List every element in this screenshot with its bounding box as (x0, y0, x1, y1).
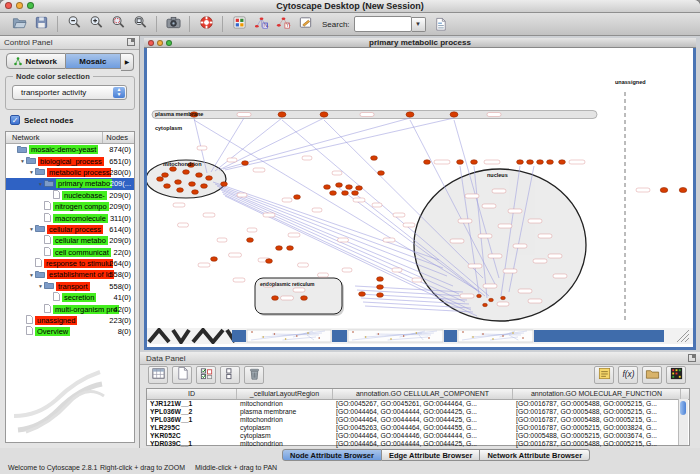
network-tree-row[interactable]: secretion41(0) (6, 292, 134, 303)
table-scrollbar[interactable] (678, 399, 688, 445)
delete-attribute-button[interactable] (244, 366, 264, 384)
node-color-dropdown[interactable]: transporter activity ▲▼ (12, 85, 127, 100)
node-count: 280(0) (109, 168, 131, 177)
node-count: 42(0) (113, 305, 131, 314)
network-tree-icon (14, 57, 22, 66)
node-count: 558(0) (109, 270, 131, 279)
table-row[interactable]: YPL036W__1mitochondrion[GO:0044464, GO:0… (147, 416, 689, 424)
edit-annotation-button[interactable] (294, 15, 316, 34)
vizmapper-button[interactable] (228, 15, 250, 34)
cytoscape-logo-watermark (10, 358, 110, 436)
network-label[interactable]: multi-organism pro (53, 305, 119, 314)
status-bar: Welcome to Cytoscape 2.8.1 Right-click +… (0, 462, 700, 474)
annotation-note-button[interactable] (594, 366, 614, 384)
save-button[interactable] (30, 15, 52, 34)
network-tree-row[interactable]: response to stimulu264(0) (6, 258, 134, 269)
table-row[interactable]: YDR039C__1mitochondrion[GO:0044464, GO:0… (147, 440, 689, 448)
network-label[interactable]: transport (56, 282, 90, 291)
column-header[interactable]: annotation.GO MOLECULAR_FUNCTION (513, 389, 681, 399)
network-tree-row[interactable]: ▼cellular process614(0) (6, 224, 134, 235)
search-options-button[interactable] (430, 15, 452, 34)
unselect-attributes-button[interactable] (220, 366, 240, 384)
table-row[interactable]: YJR121W__1mitochondrion[GO:0045267, GO:0… (147, 400, 689, 408)
network-label[interactable]: primary metabo (56, 179, 112, 188)
attribute-matrix-button[interactable] (666, 366, 686, 384)
table-cell: [GO:0044464, GO:0044444, GO:0044425, G..… (333, 408, 513, 416)
network-view[interactable]: plasma membranecytoplasmmitochondrionnuc… (147, 48, 693, 344)
table-row[interactable]: YLR295Ccytoplasm[GO:0045263, GO:0044464,… (147, 424, 689, 432)
network-label[interactable]: mosaic-demo-yeast (29, 145, 98, 154)
table-cell: cytoplasm (237, 424, 333, 432)
network-label[interactable]: metabolic process (47, 168, 111, 177)
scrollbar-thumb[interactable] (680, 401, 686, 415)
network-label[interactable]: secretion (62, 293, 96, 302)
tab-network[interactable]: Network (6, 53, 66, 69)
dropdown-stepper-icon[interactable]: ▲▼ (113, 87, 125, 98)
open-file-button[interactable] (8, 15, 30, 34)
function-builder-button[interactable]: f(x) (618, 366, 638, 384)
network-frame-titlebar[interactable]: primary metabolic process (144, 38, 696, 48)
network-label[interactable]: nucleobase- (62, 191, 107, 200)
tab-network-attribute-browser[interactable]: Network Attribute Browser (480, 449, 590, 461)
network-label[interactable]: biological_process (38, 157, 104, 166)
zoom-out-button[interactable] (63, 15, 85, 34)
table-cell: [GO:0016787, GO:0005488, GO:0005215, G..… (513, 440, 681, 448)
network-tree-row[interactable]: ▼establishment of lo558(0) (6, 269, 134, 280)
data-panel-float-icon[interactable] (688, 354, 696, 362)
network-label[interactable]: nitrogen compo (53, 202, 109, 211)
tab-node-attribute-browser[interactable]: Node Attribute Browser (282, 449, 382, 461)
search-input[interactable] (354, 16, 412, 32)
network-tree-row[interactable]: cellular metabo209(0) (6, 235, 134, 246)
table-row[interactable]: YKR052Ccytoplasm[GO:0044464, GO:0044446,… (147, 432, 689, 440)
network-tree-row[interactable]: multi-organism pro42(0) (6, 303, 134, 314)
network-tree-row[interactable]: nitrogen compo209(0) (6, 201, 134, 212)
column-header[interactable]: ID (147, 389, 237, 399)
tab-overflow-button[interactable]: ▶ (121, 53, 134, 71)
network-tree-row[interactable]: ▼transport558(0) (6, 281, 134, 292)
network-tree-row[interactable]: Overview8(0) (6, 326, 134, 337)
import-attributes-button[interactable] (642, 366, 662, 384)
network-label[interactable]: cellular metabo (53, 236, 108, 245)
zoom-selected-region-button[interactable] (107, 15, 129, 34)
tab-mosaic[interactable]: Mosaic (66, 53, 122, 69)
node-count: 874(0) (109, 145, 131, 154)
select-nodes-checkbox[interactable]: ✓ (10, 115, 20, 125)
snapshot-button[interactable] (162, 15, 184, 34)
network-label[interactable]: Overview (35, 327, 70, 336)
function-builder-icon: f(x) (621, 366, 636, 385)
window-title: Cytoscape Desktop (New Session) (0, 1, 700, 11)
network-label[interactable]: response to stimulu (44, 259, 113, 268)
float-panel-icon[interactable] (127, 38, 135, 46)
leaf-icon (35, 258, 42, 269)
zoom-fit-button[interactable] (129, 15, 151, 34)
table-row[interactable]: YPL036W__2plasma membrane[GO:0044464, GO… (147, 408, 689, 416)
help-button[interactable] (195, 15, 217, 34)
network-label[interactable]: unassigned (35, 316, 77, 325)
data-panel-toolbar: f(x) (140, 364, 700, 388)
select-attributes-button[interactable] (196, 366, 216, 384)
new-attribute-button[interactable] (172, 366, 192, 384)
network-tree-row[interactable]: ▼primary metabo209(... (6, 178, 134, 189)
column-header[interactable]: annotation.GO CELLULAR_COMPONENT (333, 389, 513, 399)
attribute-table-button[interactable] (148, 366, 168, 384)
tab-edge-attribute-browser[interactable]: Edge Attribute Browser (382, 449, 480, 461)
app-window: Cytoscape Desktop (New Session) NY Searc… (0, 0, 700, 474)
network-tree-row[interactable]: macromolecule311(0) (6, 212, 134, 223)
background-windows-strip[interactable] (147, 328, 693, 344)
network-label[interactable]: cell communicat (53, 248, 111, 257)
network-label[interactable]: cellular process (47, 225, 103, 234)
network-tree-row[interactable]: ▼biological_process651(0) (6, 155, 134, 166)
attribute-table-icon (151, 366, 166, 385)
network-tree-row[interactable]: mosaic-demo-yeast874(0) (6, 144, 134, 155)
column-header[interactable]: _cellularLayoutRegion (237, 389, 333, 399)
annotation-layout-1-button[interactable]: N (250, 15, 272, 34)
network-tree-row[interactable]: cell communicat22(0) (6, 247, 134, 258)
network-tree-row[interactable]: nucleobase-209(0) (6, 190, 134, 201)
network-tree-row[interactable]: unassigned223(0) (6, 315, 134, 326)
network-label[interactable]: establishment of lo (47, 270, 114, 279)
search-dropdown-arrow-icon[interactable]: ▼ (412, 17, 426, 32)
network-tree-row[interactable]: ▼metabolic process280(0) (6, 167, 134, 178)
network-label[interactable]: macromolecule (53, 214, 108, 223)
annotation-layout-2-button[interactable]: Y (272, 15, 294, 34)
zoom-in-button[interactable] (85, 15, 107, 34)
